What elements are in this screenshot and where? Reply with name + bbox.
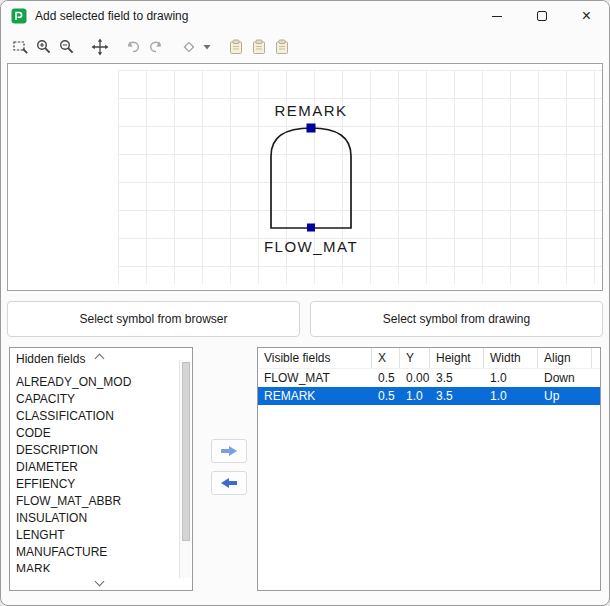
- cell-field-name: FLOW_MAT: [258, 371, 372, 385]
- zoom-window-button[interactable]: [9, 36, 32, 59]
- redo-button[interactable]: [144, 36, 167, 59]
- cell-field-name: REMARK: [258, 389, 372, 403]
- zoom-out-icon: [58, 38, 76, 56]
- symbol-preview: REMARK FLOW_MAT: [226, 100, 396, 265]
- arrow-left-icon: [219, 477, 239, 489]
- undo-icon: [124, 38, 142, 56]
- close-button[interactable]: ×: [564, 1, 609, 31]
- cell-height: 3.5: [430, 371, 484, 385]
- column-header-height[interactable]: Height: [430, 348, 484, 368]
- symbol-bottom-label: FLOW_MAT: [264, 238, 358, 255]
- cell-width: 1.0: [484, 389, 538, 403]
- column-header-visible-fields[interactable]: Visible fields: [258, 348, 372, 368]
- scrollbar-thumb[interactable]: [182, 362, 190, 541]
- list-item[interactable]: CODE: [12, 425, 176, 442]
- pan-icon: [91, 38, 109, 56]
- dropdown-button[interactable]: [200, 36, 214, 59]
- paste-button-2[interactable]: [247, 36, 270, 59]
- visible-fields-table: Visible fields X Y Height Width Align FL…: [257, 347, 601, 591]
- table-row-selected[interactable]: REMARK 0.5 1.0 3.5 1.0 Up: [258, 387, 600, 405]
- list-item[interactable]: ALREADY_ON_MOD: [12, 374, 176, 391]
- window-title: Add selected field to drawing: [35, 9, 188, 23]
- scroll-up-icon[interactable]: [95, 354, 105, 364]
- paste-icon: [227, 38, 245, 56]
- pan-button[interactable]: [88, 36, 111, 59]
- cell-y: 0.00: [400, 371, 430, 385]
- symbol-top-label: REMARK: [274, 102, 347, 119]
- titlebar: Add selected field to drawing ×: [1, 1, 609, 31]
- column-header-x[interactable]: X: [372, 348, 400, 368]
- list-item[interactable]: MANUFACTURE: [12, 544, 176, 561]
- zoom-in-button[interactable]: [32, 36, 55, 59]
- move-to-visible-button[interactable]: [211, 439, 247, 463]
- toolbar: [1, 31, 609, 63]
- list-item[interactable]: INSULATION: [12, 510, 176, 527]
- symbol-outline: [271, 128, 351, 228]
- cell-align: Down: [538, 371, 592, 385]
- cell-y: 1.0: [400, 389, 430, 403]
- paste-button-1[interactable]: [224, 36, 247, 59]
- column-header-width[interactable]: Width: [484, 348, 538, 368]
- scroll-down-icon[interactable]: [95, 577, 105, 587]
- redo-icon: [147, 38, 165, 56]
- vertical-scrollbar[interactable]: [179, 360, 191, 578]
- symbol-source-buttons: Select symbol from browser Select symbol…: [7, 301, 603, 337]
- minimize-icon: [492, 16, 502, 17]
- select-symbol-from-browser-button[interactable]: Select symbol from browser: [7, 301, 300, 337]
- paste-icon: [250, 38, 268, 56]
- grip-bottom[interactable]: [307, 224, 315, 232]
- drawing-canvas[interactable]: REMARK FLOW_MAT: [7, 63, 603, 291]
- select-symbol-from-drawing-button[interactable]: Select symbol from drawing: [310, 301, 603, 337]
- list-item[interactable]: MARK: [12, 561, 176, 572]
- dropdown-arrow-icon: [202, 42, 212, 52]
- cell-x: 0.5: [372, 389, 400, 403]
- list-item[interactable]: DIAMETER: [12, 459, 176, 476]
- hidden-fields-items: ALREADY_ON_MOD CAPACITY CLASSIFICATION C…: [12, 374, 176, 572]
- diamond-icon: [180, 38, 198, 56]
- hidden-fields-header: Hidden fields: [16, 352, 85, 366]
- app-icon: [11, 8, 27, 24]
- maximize-icon: [537, 11, 547, 21]
- list-item[interactable]: EFFIENCY: [12, 476, 176, 493]
- diamond-button[interactable]: [177, 36, 200, 59]
- arrow-right-icon: [219, 445, 239, 457]
- list-item[interactable]: FLOW_MAT_ABBR: [12, 493, 176, 510]
- zoom-window-icon: [12, 38, 30, 56]
- paste-icon: [273, 38, 291, 56]
- undo-button[interactable]: [121, 36, 144, 59]
- cell-x: 0.5: [372, 371, 400, 385]
- window-controls: ×: [474, 1, 609, 31]
- cell-align: Up: [538, 389, 592, 403]
- list-item[interactable]: LENGHT: [12, 527, 176, 544]
- grip-top[interactable]: [307, 124, 316, 133]
- table-header-row: Visible fields X Y Height Width Align: [258, 348, 600, 369]
- list-item[interactable]: CAPACITY: [12, 391, 176, 408]
- dialog-window: Add selected field to drawing ×: [0, 0, 610, 606]
- minimize-button[interactable]: [474, 1, 519, 31]
- list-item[interactable]: CLASSIFICATION: [12, 408, 176, 425]
- zoom-in-icon: [35, 38, 53, 56]
- zoom-out-button[interactable]: [55, 36, 78, 59]
- list-item[interactable]: DESCRIPTION: [12, 442, 176, 459]
- move-to-hidden-button[interactable]: [211, 471, 247, 495]
- column-header-align[interactable]: Align: [538, 348, 592, 368]
- paste-button-3[interactable]: [270, 36, 293, 59]
- maximize-button[interactable]: [519, 1, 564, 31]
- column-header-y[interactable]: Y: [400, 348, 430, 368]
- column-header-filler: [592, 348, 600, 368]
- close-icon: ×: [582, 8, 591, 24]
- hidden-fields-list[interactable]: Hidden fields ALREADY_ON_MOD CAPACITY CL…: [9, 347, 193, 591]
- cell-height: 3.5: [430, 389, 484, 403]
- fields-panel: Hidden fields ALREADY_ON_MOD CAPACITY CL…: [7, 347, 603, 595]
- table-row[interactable]: FLOW_MAT 0.5 0.00 3.5 1.0 Down: [258, 369, 600, 387]
- cell-width: 1.0: [484, 371, 538, 385]
